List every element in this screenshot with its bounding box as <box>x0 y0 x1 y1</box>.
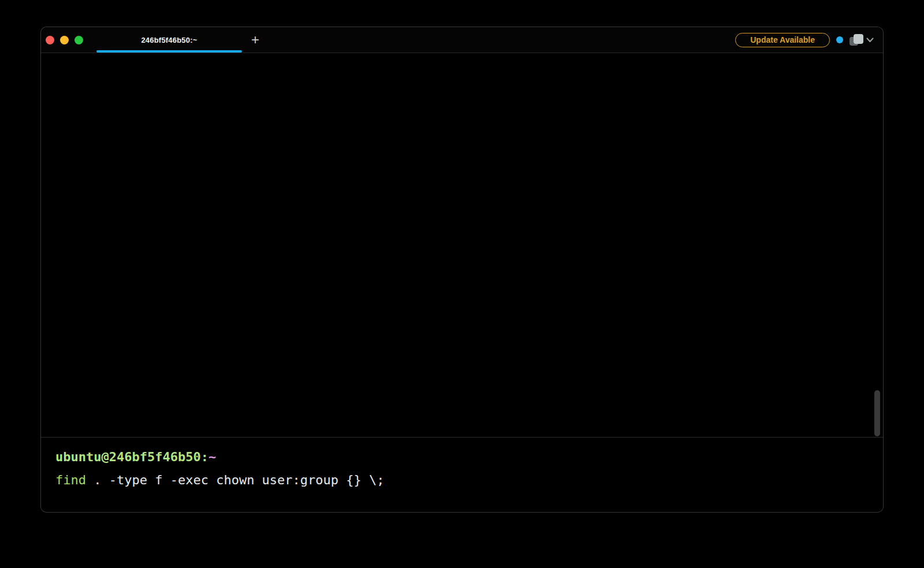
command-arguments: . -type f -exec chown user:group {} \; <box>86 473 385 487</box>
update-available-button[interactable]: Update Available <box>735 33 830 47</box>
terminal-scrollback[interactable] <box>41 53 883 437</box>
minimize-button[interactable] <box>60 36 69 44</box>
zoom-button[interactable] <box>74 36 83 44</box>
close-button[interactable] <box>46 36 54 44</box>
command-keyword: find <box>55 473 86 487</box>
prompt-line: ubuntu@246bf5f46b50:~ <box>55 446 871 469</box>
notification-dot-icon <box>836 36 843 43</box>
terminal-window: 246bf5f46b50:~ + Update Available <box>40 27 884 513</box>
tab-title: 246bf5f46b50:~ <box>141 36 197 44</box>
traffic-lights <box>46 27 83 53</box>
prompt-user-host: ubuntu@246bf5f46b50: <box>55 450 208 464</box>
titlebar-right-controls: Update Available <box>735 27 874 53</box>
titlebar: 246bf5f46b50:~ + Update Available <box>41 27 883 53</box>
desktop-background: 246bf5f46b50:~ + Update Available <box>0 0 924 568</box>
chevron-down-icon <box>866 38 874 43</box>
scrollbar-thumb[interactable] <box>874 390 880 436</box>
command-input-block[interactable]: ubuntu@246bf5f46b50:~ find . -type f -ex… <box>41 437 883 512</box>
active-tab-indicator <box>96 50 242 53</box>
window-menu-button[interactable] <box>850 33 874 47</box>
command-line[interactable]: find . -type f -exec chown user:group {}… <box>55 469 871 492</box>
overlapping-windows-icon <box>850 33 864 47</box>
new-tab-button[interactable]: + <box>245 27 266 53</box>
tab-active[interactable]: 246bf5f46b50:~ <box>96 27 242 53</box>
window-square-front <box>854 34 863 44</box>
prompt-path: ~ <box>208 450 216 464</box>
